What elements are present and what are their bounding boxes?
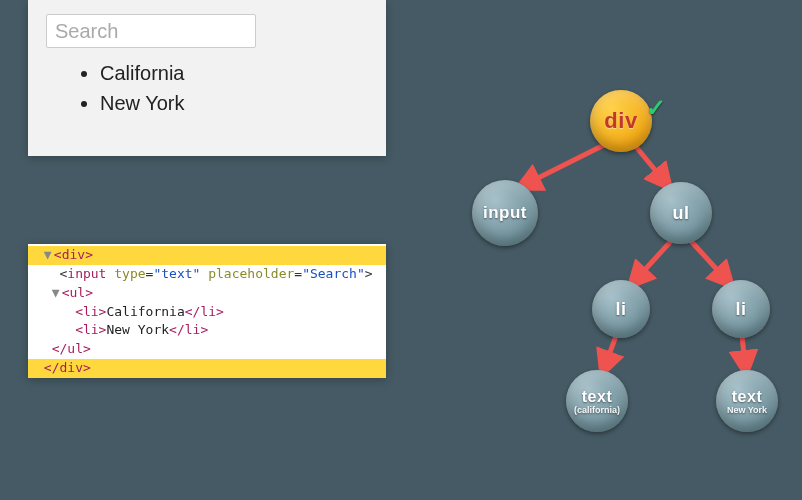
tree-node-text: text (california): [566, 370, 628, 432]
node-label: input: [483, 203, 527, 223]
search-input[interactable]: [46, 14, 256, 48]
node-label: div: [604, 108, 637, 134]
node-sublabel: (california): [574, 405, 620, 415]
code-line: <li>California</li>: [28, 303, 386, 322]
list-item: New York: [100, 88, 368, 118]
svg-line-5: [742, 336, 746, 374]
svg-line-0: [518, 142, 610, 188]
node-label: ul: [673, 203, 690, 224]
svg-line-3: [690, 240, 732, 286]
tree-node-input: input: [472, 180, 538, 246]
node-label: li: [615, 299, 626, 320]
node-label: text: [582, 388, 612, 406]
code-inspector-panel: ▼<div> <input type="text" placeholder="S…: [28, 244, 386, 378]
tree-node-text: text New York: [716, 370, 778, 432]
check-icon: ✓: [646, 94, 666, 122]
svg-line-2: [630, 240, 672, 286]
dom-tree-diagram: div ✓ input ul li li text (california) t…: [440, 70, 800, 490]
svg-line-4: [602, 336, 616, 374]
list-item: California: [100, 58, 368, 88]
code-line: <input type="text" placeholder="Search">: [28, 265, 386, 284]
code-line: </ul>: [28, 340, 386, 359]
code-line: ▼<div>: [28, 246, 386, 265]
results-list: California New York: [46, 58, 368, 118]
node-label: text: [732, 388, 762, 406]
tree-node-div: div: [590, 90, 652, 152]
tree-node-ul: ul: [650, 182, 712, 244]
node-label: li: [735, 299, 746, 320]
code-line: </div>: [28, 359, 386, 378]
disclosure-arrow-icon: ▼: [44, 246, 54, 265]
tree-node-li: li: [592, 280, 650, 338]
rendered-ui-panel: California New York: [28, 0, 386, 156]
code-line: <li>New York</li>: [28, 321, 386, 340]
tree-node-li: li: [712, 280, 770, 338]
node-sublabel: New York: [727, 405, 767, 415]
code-line: ▼<ul>: [28, 284, 386, 303]
disclosure-arrow-icon: ▼: [52, 284, 62, 303]
svg-line-1: [632, 142, 670, 188]
